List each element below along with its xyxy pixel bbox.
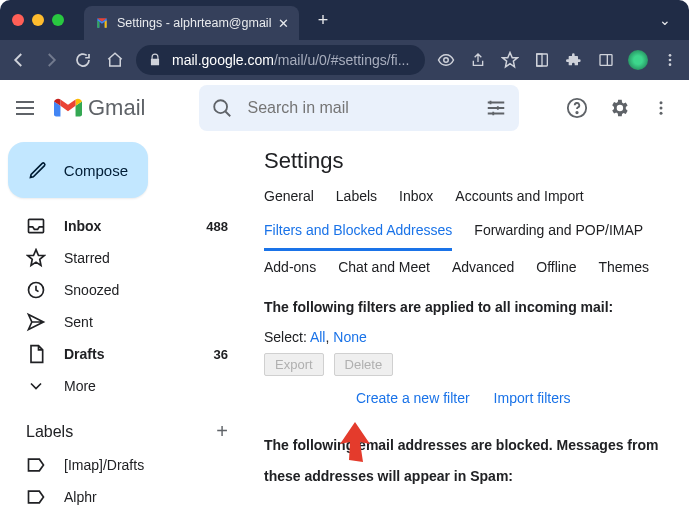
sidebar-snoozed[interactable]: Snoozed xyxy=(8,274,240,306)
tab-inbox[interactable]: Inbox xyxy=(399,188,433,214)
new-tab-button[interactable]: + xyxy=(309,6,337,34)
back-button[interactable] xyxy=(8,49,30,71)
share-icon[interactable] xyxy=(467,49,489,71)
export-button[interactable]: Export xyxy=(264,353,324,376)
search-options-icon[interactable] xyxy=(485,97,507,119)
search-box[interactable] xyxy=(199,85,519,131)
create-filter-link[interactable]: Create a new filter xyxy=(356,390,470,406)
select-all-link[interactable]: All xyxy=(310,329,326,345)
gmail-logo[interactable]: Gmail xyxy=(54,95,145,121)
svg-point-6 xyxy=(669,59,672,62)
browser-toolbar: mail.google.com/mail/u/0/#settings/fi... xyxy=(0,40,689,80)
svg-point-5 xyxy=(669,54,672,57)
eye-icon[interactable] xyxy=(435,49,457,71)
url-host: mail.google.com/mail/u/0/#settings/fi... xyxy=(172,52,409,68)
browser-tab[interactable]: Settings - alphrteam@gmail.co ✕ xyxy=(84,6,299,40)
gmail-wordmark: Gmail xyxy=(88,95,145,121)
tab-labels[interactable]: Labels xyxy=(336,188,377,214)
search-icon xyxy=(211,97,233,119)
label-icon xyxy=(26,487,46,507)
more-header-icon[interactable] xyxy=(649,96,673,120)
support-icon[interactable] xyxy=(565,96,589,120)
sidebar-inbox[interactable]: Inbox 488 xyxy=(8,210,240,242)
tab-addons[interactable]: Add-ons xyxy=(264,259,316,285)
tab-offline[interactable]: Offline xyxy=(536,259,576,285)
search-input[interactable] xyxy=(247,99,471,117)
select-row: Select: All, None xyxy=(264,329,689,345)
labels-header: Labels + xyxy=(8,402,240,449)
tab-themes[interactable]: Themes xyxy=(599,259,650,285)
extensions-icon[interactable] xyxy=(563,49,585,71)
compose-button[interactable]: Compose xyxy=(8,142,148,198)
svg-line-9 xyxy=(226,111,231,116)
lock-icon xyxy=(148,53,162,67)
browser-menu-icon[interactable] xyxy=(659,49,681,71)
compose-label: Compose xyxy=(64,162,128,179)
sidebar-more[interactable]: More xyxy=(8,370,240,402)
close-tab-icon[interactable]: ✕ xyxy=(278,16,289,31)
page-title: Settings xyxy=(264,148,689,174)
sidebar: Compose Inbox 488 Starred Snoozed Sent D… xyxy=(0,136,248,529)
delete-button[interactable]: Delete xyxy=(334,353,394,376)
svg-point-0 xyxy=(444,58,449,63)
svg-rect-3 xyxy=(600,55,612,66)
settings-tabs: General Labels Inbox Accounts and Import… xyxy=(264,188,689,285)
chevron-down-icon xyxy=(26,376,46,396)
profile-avatar-icon[interactable] xyxy=(627,49,649,71)
svg-point-7 xyxy=(669,63,672,66)
sidepanel-icon[interactable] xyxy=(595,49,617,71)
sidebar-starred[interactable]: Starred xyxy=(8,242,240,274)
add-label-button[interactable]: + xyxy=(216,420,228,443)
maximize-window[interactable] xyxy=(52,14,64,26)
svg-point-8 xyxy=(215,100,228,113)
content-area: Settings General Labels Inbox Accounts a… xyxy=(248,136,689,529)
bookmark-star-icon[interactable] xyxy=(499,49,521,71)
window-controls xyxy=(12,14,64,26)
svg-point-12 xyxy=(660,101,663,104)
import-filters-link[interactable]: Import filters xyxy=(494,390,571,406)
close-window[interactable] xyxy=(12,14,24,26)
address-bar[interactable]: mail.google.com/mail/u/0/#settings/fi... xyxy=(136,45,425,75)
pencil-icon xyxy=(28,159,48,181)
reload-button[interactable] xyxy=(72,49,94,71)
select-none-link[interactable]: None xyxy=(333,329,366,345)
tab-advanced[interactable]: Advanced xyxy=(452,259,514,285)
clock-icon xyxy=(26,280,46,300)
reader-icon[interactable] xyxy=(531,49,553,71)
svg-point-13 xyxy=(660,107,663,110)
tab-chat[interactable]: Chat and Meet xyxy=(338,259,430,285)
label-icon xyxy=(26,455,46,475)
svg-point-14 xyxy=(660,112,663,115)
forward-button[interactable] xyxy=(40,49,62,71)
svg-point-11 xyxy=(576,112,577,113)
sidebar-label-alphr[interactable]: Alphr xyxy=(8,481,240,513)
main-menu-button[interactable] xyxy=(16,96,40,120)
gmail-header: Gmail xyxy=(0,80,689,136)
file-icon xyxy=(26,344,46,364)
star-icon xyxy=(26,248,46,268)
send-icon xyxy=(26,312,46,332)
sidebar-drafts[interactable]: Drafts 36 xyxy=(8,338,240,370)
tab-general[interactable]: General xyxy=(264,188,314,214)
tab-title: Settings - alphrteam@gmail.co xyxy=(117,16,271,30)
tab-accounts[interactable]: Accounts and Import xyxy=(455,188,583,214)
filters-intro: The following filters are applied to all… xyxy=(264,299,689,315)
browser-titlebar: Settings - alphrteam@gmail.co ✕ + ⌄ xyxy=(0,0,689,40)
gmail-favicon-icon xyxy=(94,15,110,31)
sidebar-sent[interactable]: Sent xyxy=(8,306,240,338)
annotation-arrow-icon xyxy=(340,422,370,462)
home-button[interactable] xyxy=(104,49,126,71)
tabs-dropdown-icon[interactable]: ⌄ xyxy=(641,12,689,28)
minimize-window[interactable] xyxy=(32,14,44,26)
blocked-addresses-text: The following email addresses are blocke… xyxy=(264,430,689,492)
settings-gear-icon[interactable] xyxy=(607,96,631,120)
tab-forwarding[interactable]: Forwarding and POP/IMAP xyxy=(474,222,643,251)
inbox-icon xyxy=(26,216,46,236)
tab-filters[interactable]: Filters and Blocked Addresses xyxy=(264,222,452,251)
svg-rect-2 xyxy=(537,54,542,66)
gmail-m-icon xyxy=(54,97,82,119)
sidebar-label-imap-drafts[interactable]: [Imap]/Drafts xyxy=(8,449,240,481)
